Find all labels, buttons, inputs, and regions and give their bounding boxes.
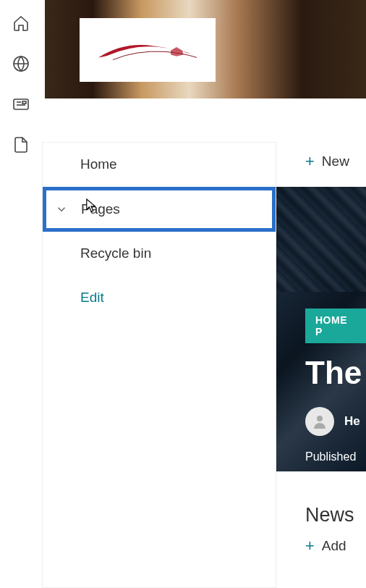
page-content: + New HOME P The He Published News + Add: [276, 142, 366, 181]
hero-title: The: [305, 355, 366, 391]
file-icon[interactable]: [12, 136, 30, 154]
nav-recycle-bin[interactable]: Recycle bin: [43, 232, 276, 276]
svg-point-5: [317, 416, 323, 421]
category-badge: HOME P: [305, 308, 366, 343]
site-banner: [45, 0, 366, 98]
news-heading: News: [305, 504, 366, 526]
svg-rect-1: [14, 99, 28, 109]
plus-icon: +: [305, 537, 315, 555]
content-area: Home Pages Recycle bin Edit + New HOME P…: [42, 0, 366, 588]
add-button-label: Add: [322, 538, 346, 554]
app-rail: [0, 0, 42, 588]
globe-icon[interactable]: [12, 55, 30, 72]
chevron-down-icon: [55, 203, 68, 216]
plus-icon: +: [305, 152, 315, 171]
nav-pages-label: Pages: [81, 201, 120, 217]
nav-edit[interactable]: Edit: [43, 276, 276, 320]
new-button[interactable]: + New: [276, 142, 366, 181]
hero-section: HOME P The He Published: [276, 187, 366, 471]
home-icon[interactable]: [12, 14, 30, 32]
svg-rect-4: [22, 101, 26, 104]
news-section: News + Add: [305, 504, 366, 555]
nav-home[interactable]: Home: [43, 143, 276, 187]
new-button-label: New: [322, 154, 349, 169]
site-navigation: Home Pages Recycle bin Edit: [42, 142, 276, 588]
author-name: He: [344, 414, 360, 429]
published-label: Published: [305, 450, 366, 463]
avatar: [305, 407, 334, 436]
author-row: He: [305, 407, 366, 436]
nav-pages[interactable]: Pages: [43, 187, 276, 232]
site-logo[interactable]: [80, 18, 216, 82]
add-button[interactable]: + Add: [305, 537, 366, 555]
news-icon[interactable]: [12, 96, 30, 113]
